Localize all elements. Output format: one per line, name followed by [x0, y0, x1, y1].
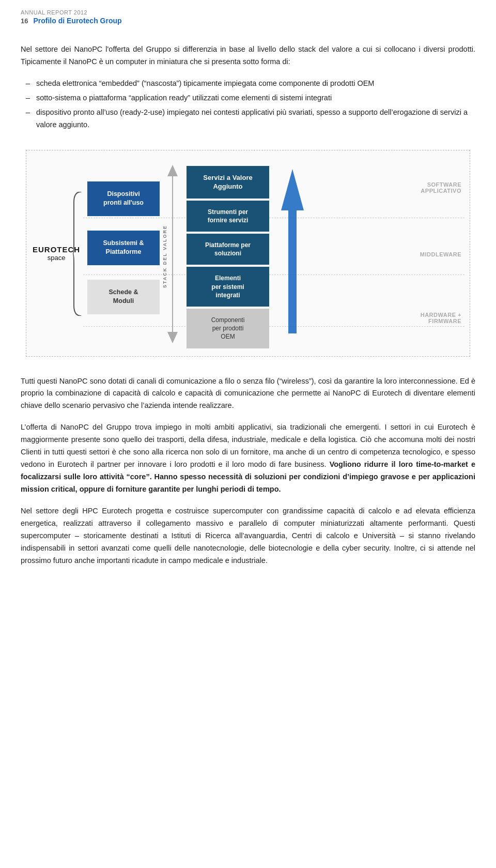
svg-marker-0 [167, 165, 178, 176]
annual-report-label: ANNUAL REPORT 2012 [21, 9, 475, 16]
list-item-3: dispositivo pronto all’uso (ready-2-use)… [26, 106, 475, 131]
middleware-label: MIDDLEWARE [420, 251, 461, 257]
brace-icon [73, 192, 82, 316]
intro-paragraph: Nel settore dei NanoPC l'offerta del Gru… [21, 43, 475, 68]
main-content: Nel settore dei NanoPC l'offerta del Gru… [0, 28, 496, 591]
col2-boxes: Servizi a Valore Aggiunto Strumenti per … [187, 166, 269, 351]
stack-diagram: EUROTECH space Dispositivi pronti all'us… [26, 150, 470, 357]
body-para-2: L’offerta di NanoPC del Gruppo trova imp… [21, 421, 475, 496]
bullet-list: scheda elettronica “embedded” (“nascosta… [26, 78, 475, 131]
list-item-2: sotto-sistema o piattaforma “application… [26, 92, 475, 104]
dispositivi-box: Dispositivi pronti all'uso [87, 181, 160, 216]
hardware-firmware-label: HARDWARE + FIRMWARE [421, 312, 461, 324]
page-title: Profilo di Eurotech Group [33, 17, 121, 25]
arrow-line [172, 176, 173, 332]
schede-box: Schede & Moduli [87, 280, 160, 314]
piattaforme-box: Piattaforme per soluzioni [187, 234, 269, 265]
page-header: ANNUAL REPORT 2012 16 Profilo di Eurotec… [0, 0, 496, 28]
subsistemi-box: Subsistemi & Piattaforme [87, 231, 160, 265]
arrow-up-icon [167, 165, 178, 176]
stack-label-wrapper: STACK DEL VALORE [159, 176, 171, 337]
stack-del-valore-label: STACK DEL VALORE [162, 225, 167, 288]
componenti-box: Componenti per prodotti OEM [187, 309, 269, 348]
strumenti-box: Strumenti per fornire servizi [187, 201, 269, 232]
diagram-container: EUROTECH space Dispositivi pronti all'us… [21, 150, 475, 357]
right-arrow-col [280, 169, 305, 333]
elementi-box: Elementi per sistemi integrati [187, 267, 269, 307]
page-number: 16 [21, 17, 28, 25]
software-applicativo-label: SOFTWARE APPLICATIVO [421, 181, 461, 194]
col1-boxes: Dispositivi pronti all'uso Subsistemi & … [87, 176, 160, 314]
dash-sep-3 [83, 326, 464, 327]
svg-marker-2 [281, 169, 304, 333]
body-para-1: Tutti questi NanoPC sono dotati di canal… [21, 375, 475, 413]
list-item-1: scheda elettronica “embedded” (“nascosta… [26, 78, 475, 90]
servizi-box: Servizi a Valore Aggiunto [187, 166, 269, 199]
blue-arrow-icon [281, 169, 304, 333]
body-para-3: Nel settore degli HPC Eurotech progetta … [21, 505, 475, 567]
page-title-row: 16 Profilo di Eurotech Group [21, 17, 475, 25]
